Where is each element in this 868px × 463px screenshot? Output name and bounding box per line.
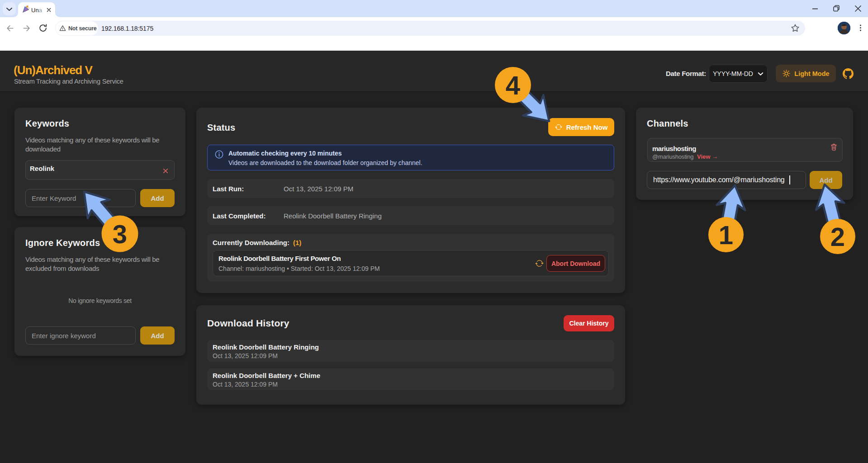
svg-text:2: 2 <box>830 222 845 251</box>
svg-text:1: 1 <box>719 220 733 250</box>
